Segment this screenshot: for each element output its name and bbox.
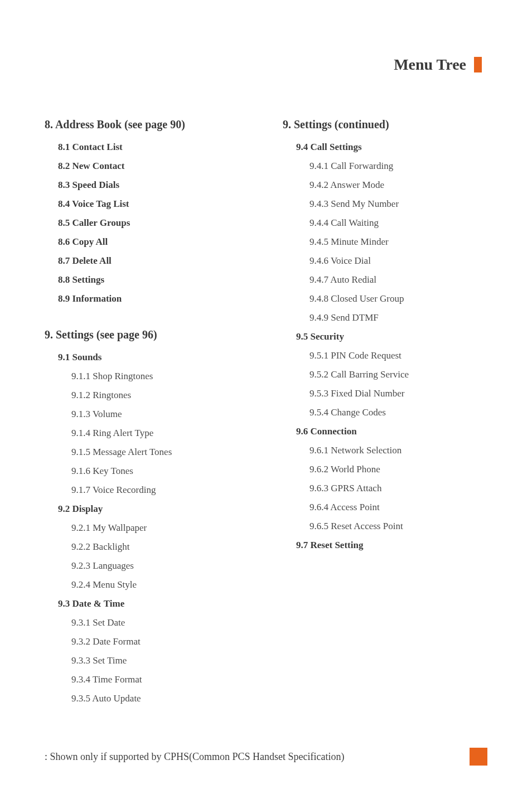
item-9-1-4: 9.1.4 Ring Alert Type [71, 424, 249, 443]
right-column: 9. Settings (continued) 9.4 Call Setting… [283, 118, 487, 708]
page-container: Menu Tree 8. Address Book (see page 90) … [0, 0, 532, 799]
item-9-4-5: 9.4.5 Minute Minder [309, 233, 487, 251]
page-header: Menu Tree [45, 56, 487, 74]
item-8-7: 8.7 Delete All [58, 251, 249, 270]
item-9-4: 9.4 Call Settings [296, 138, 487, 157]
item-9-2-3: 9.2.3 Languages [71, 556, 249, 575]
item-9-6-1: 9.6.1 Network Selection [309, 441, 487, 460]
item-8-2: 8.2 New Contact [58, 157, 249, 176]
item-9-1-1: 9.1.1 Shop Ringtones [71, 367, 249, 386]
item-8-1: 8.1 Contact List [58, 138, 249, 157]
item-9-2-2: 9.2.2 Backlight [71, 537, 249, 556]
item-8-8: 8.8 Settings [58, 270, 249, 289]
item-9-3-1: 9.3.1 Set Date [71, 613, 249, 632]
item-9-5-4: 9.5.4 Change Codes [309, 403, 487, 422]
item-9-4-8: 9.4.8 Closed User Group [309, 289, 487, 308]
item-9-4-7: 9.4.7 Auto Redial [309, 270, 487, 289]
item-9-6-4: 9.6.4 Access Point [309, 498, 487, 517]
section-9-continued-heading: 9. Settings (continued) [283, 118, 487, 131]
footer-accent-marker [470, 748, 487, 766]
item-8-3: 8.3 Speed Dials [58, 176, 249, 195]
item-9-4-2: 9.4.2 Answer Mode [309, 176, 487, 195]
item-9-7: 9.7 Reset Setting [296, 536, 487, 555]
item-8-6: 8.6 Copy All [58, 233, 249, 251]
item-8-9: 8.9 Information [58, 289, 249, 308]
item-9-6-2: 9.6.2 World Phone [309, 460, 487, 479]
item-9-1: 9.1 Sounds [58, 348, 249, 367]
item-9-5-3: 9.5.3 Fixed Dial Number [309, 384, 487, 403]
item-9-1-2: 9.1.2 Ringtones [71, 386, 249, 405]
section-9-heading: 9. Settings (see page 96) [45, 328, 249, 341]
item-9-5-1: 9.5.1 PIN Code Request [309, 346, 487, 365]
item-9-3-4: 9.3.4 Time Format [71, 670, 249, 689]
page-footer: : Shown only if supported by CPHS(Common… [45, 748, 487, 766]
item-9-3-3: 9.3.3 Set Time [71, 651, 249, 670]
header-accent-marker [474, 57, 482, 72]
left-column: 8. Address Book (see page 90) 8.1 Contac… [45, 118, 249, 708]
item-9-5: 9.5 Security [296, 327, 487, 346]
item-9-6-5: 9.6.5 Reset Access Point [309, 517, 487, 536]
item-9-2-1: 9.2.1 My Wallpaper [71, 519, 249, 537]
item-9-2: 9.2 Display [58, 500, 249, 519]
content-columns: 8. Address Book (see page 90) 8.1 Contac… [45, 118, 487, 708]
item-9-1-3: 9.1.3 Volume [71, 405, 249, 424]
footer-note: : Shown only if supported by CPHS(Common… [45, 751, 345, 763]
section-8-heading: 8. Address Book (see page 90) [45, 118, 249, 131]
item-9-4-9: 9.4.9 Send DTMF [309, 308, 487, 327]
item-9-6-3: 9.6.3 GPRS Attach [309, 479, 487, 498]
item-9-6: 9.6 Connection [296, 422, 487, 441]
item-9-1-5: 9.1.5 Message Alert Tones [71, 443, 249, 462]
item-9-5-2: 9.5.2 Call Barring Service [309, 365, 487, 384]
item-8-5: 8.5 Caller Groups [58, 214, 249, 233]
item-9-1-7: 9.1.7 Voice Recording [71, 481, 249, 500]
item-9-4-6: 9.4.6 Voice Dial [309, 251, 487, 270]
item-9-3-2: 9.3.2 Date Format [71, 632, 249, 651]
item-9-3: 9.3 Date & Time [58, 594, 249, 613]
item-9-4-1: 9.4.1 Call Forwarding [309, 157, 487, 176]
item-9-3-5: 9.3.5 Auto Update [71, 689, 249, 708]
item-9-4-4: 9.4.4 Call Waiting [309, 214, 487, 233]
item-9-4-3: 9.4.3 Send My Number [309, 195, 487, 214]
item-8-4: 8.4 Voice Tag List [58, 195, 249, 214]
item-9-2-4: 9.2.4 Menu Style [71, 575, 249, 594]
page-title: Menu Tree [394, 56, 466, 74]
item-9-1-6: 9.1.6 Key Tones [71, 462, 249, 481]
